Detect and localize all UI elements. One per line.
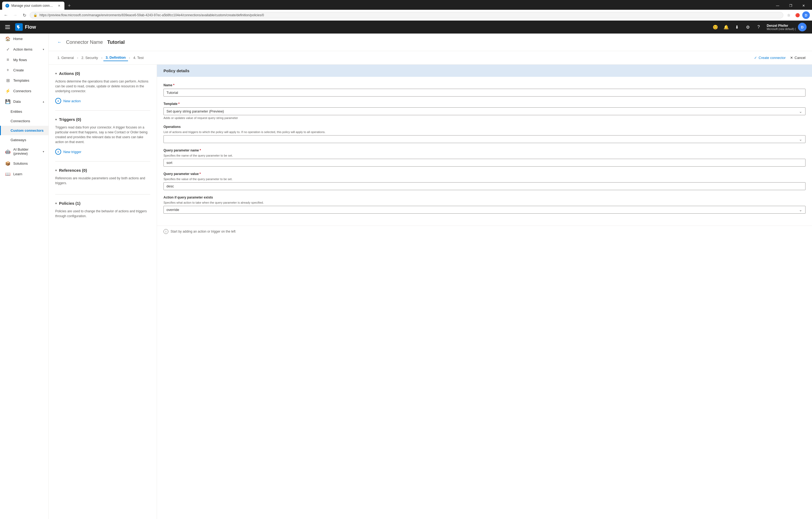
wizard-step-general[interactable]: 1. General [55,55,76,61]
query-param-value-input[interactable] [164,182,806,190]
sidebar-item-entities[interactable]: Entities [0,107,49,116]
template-select[interactable]: Set query string parameter (Preview) [164,108,806,115]
minimize-button[interactable]: — [772,1,784,10]
template-desc: Adds or updates value of request query s… [164,116,806,120]
operations-hint: List of actions and triggers to which th… [164,130,806,133]
new-action-button[interactable]: + New action [55,97,150,105]
refresh-button[interactable]: ↻ [21,11,28,19]
wizard-step-security-label: 2. Security [82,56,98,60]
download-button[interactable]: ⬇ [732,22,742,32]
wizard-step-test[interactable]: 4. Test [131,55,146,61]
cancel-button[interactable]: ✕ Cancel [790,56,806,60]
content-area: ▾ Actions (0) Actions determine the oper… [49,65,812,519]
sidebar-item-learn[interactable]: 📖 Learn [0,169,49,179]
new-trigger-button[interactable]: + New trigger [55,148,150,156]
connectors-icon: ⚡ [5,88,10,94]
triggers-section: ▾ Triggers (0) Triggers read data from y… [55,117,150,161]
back-nav-button[interactable]: ← [2,11,10,19]
right-panel: Policy details Name * Template [157,65,812,519]
sidebar-label-connectors: Connectors [13,89,44,93]
user-info[interactable]: Denzel Pfeifer Microsoft (new default) (… [765,22,809,32]
url-text: https://preview.flow.microsoft.com/manag… [39,13,780,17]
actions-section-desc: Actions determine the operations that us… [55,79,150,94]
settings-button[interactable]: ⚙ [743,22,753,32]
sidebar-item-templates[interactable]: ⊞ Templates [0,75,49,86]
notifications-button[interactable]: 🔔 [721,22,731,32]
sidebar-item-action-items[interactable]: ✓ Action items ▾ [0,44,49,55]
user-name: Denzel Pfeifer [767,24,796,28]
extension-button[interactable]: 🔴 [793,11,801,19]
policies-section: ▾ Policies (1) Policies are used to chan… [55,201,150,227]
top-nav-right: 😊 🔔 ⬇ ⚙ ? Denzel Pfeifer Microsoft (new … [710,22,809,32]
bottom-hint: i Start by adding an action or trigger o… [157,225,812,237]
lock-icon: 🔒 [33,13,37,17]
create-connector-button[interactable]: ✓ Create connector [754,56,786,60]
user-avatar: D [798,23,807,31]
query-param-value-hint: Specifies the value of the query paramet… [164,177,806,181]
operations-select[interactable] [164,135,806,143]
query-param-name-input[interactable] [164,159,806,166]
name-input[interactable] [164,89,806,96]
references-section-desc: References are reusable parameters used … [55,176,150,186]
sidebar-label-action-items: Action items [13,47,40,51]
policies-section-header[interactable]: ▾ Policies (1) [55,201,150,206]
hamburger-line [5,27,10,27]
breadcrumb-current: Tutorial [107,39,125,45]
wizard-step-security[interactable]: 2. Security [79,55,100,61]
tab-close-btn[interactable]: ✕ [57,3,61,8]
sidebar-item-gateways[interactable]: Gateways [0,135,49,145]
sidebar: 🏠 Home ✓ Action items ▾ ≡ My flows + Cre… [0,34,49,519]
help-button[interactable]: ? [754,22,763,32]
address-bar[interactable]: 🔒 https://preview.flow.microsoft.com/man… [30,12,783,19]
sidebar-item-solutions[interactable]: 📦 Solutions [0,158,49,169]
triggers-section-header[interactable]: ▾ Triggers (0) [55,117,150,122]
back-button[interactable]: ← [55,38,64,47]
restore-button[interactable]: ❐ [784,1,797,10]
query-param-name-hint: Specifies the name of the query paramete… [164,154,806,157]
sidebar-item-create[interactable]: + Create [0,65,49,75]
sidebar-label-custom-connectors: Custom connectors [10,128,44,132]
bookmark-button[interactable]: ☆ [785,11,792,19]
sidebar-item-my-flows[interactable]: ≡ My flows [0,55,49,65]
sidebar-label-my-flows: My flows [13,58,44,62]
wizard-step-definition-label: 3. Definition [106,56,125,60]
new-tab-button[interactable]: + [65,2,73,9]
checkmark-icon: ✓ [754,56,757,60]
wizard-arrow-2: › [100,56,104,60]
query-param-name-required: * [200,149,201,152]
sidebar-item-custom-connectors[interactable]: Custom connectors [0,126,49,135]
operations-field: Operations List of actions and triggers … [164,125,806,143]
action-if-exists-select[interactable]: override [164,206,806,214]
browser-tab-active[interactable]: F Manage your custom connectors ✕ [2,2,64,10]
close-button[interactable]: ✕ [798,1,810,10]
new-trigger-label: New trigger [63,150,81,154]
emoji-button[interactable]: 😊 [710,22,720,32]
create-connector-label: Create connector [759,56,786,60]
cancel-label: Cancel [795,56,806,60]
sidebar-item-connections[interactable]: Connections [0,116,49,126]
sidebar-item-data[interactable]: 💾 Data ▴ [0,96,49,107]
app-logo: Flow [15,23,36,31]
sidebar-label-ai-builder: AI Builder (preview) [13,147,40,155]
ai-builder-chevron-icon: ▾ [43,150,44,153]
wizard-step-definition[interactable]: 3. Definition [104,54,128,61]
hamburger-menu-button[interactable] [3,23,12,31]
sidebar-item-home[interactable]: 🏠 Home [0,34,49,44]
tab-title: Manage your custom connectors [11,4,55,7]
sidebar-item-connectors[interactable]: ⚡ Connectors [0,86,49,96]
operations-select-wrapper [164,135,806,143]
template-required-star: * [178,102,180,106]
actions-section-header[interactable]: ▾ Actions (0) [55,71,150,76]
triggers-section-title: Triggers (0) [59,117,81,122]
policies-chevron-icon: ▾ [55,202,57,205]
profile-button[interactable]: D [802,11,810,19]
wizard-actions: ✓ Create connector ✕ Cancel [754,56,806,60]
forward-nav-button[interactable]: → [11,11,19,19]
action-if-exists-label: Action if query parameter exists [164,195,806,199]
sidebar-item-ai-builder[interactable]: 🤖 AI Builder (preview) ▾ [0,145,49,158]
actions-section-title: Actions (0) [59,71,80,76]
query-param-value-field: Query parameter value * Specifies the va… [164,172,806,190]
sidebar-label-home: Home [13,37,44,41]
action-if-exists-select-wrapper: override [164,206,806,214]
references-section-header[interactable]: ▾ References (0) [55,168,150,173]
